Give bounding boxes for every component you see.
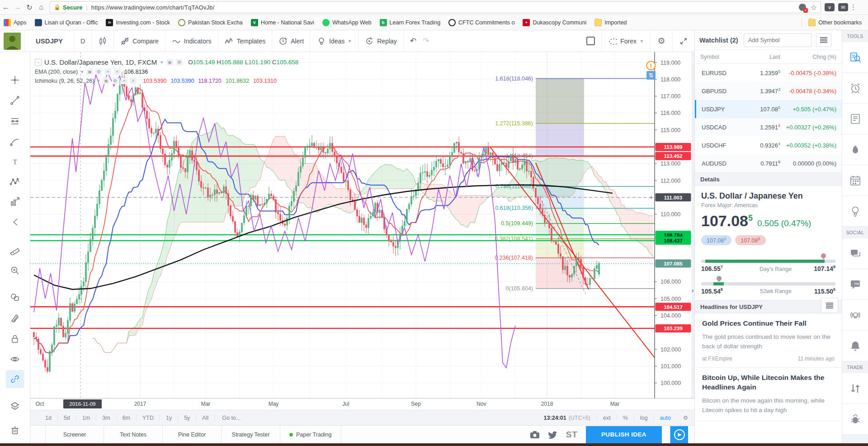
crosshair-icon[interactable] xyxy=(6,71,24,89)
axis-option-log[interactable]: log xyxy=(634,415,654,421)
lock-icon[interactable] xyxy=(6,330,24,348)
axis-option-auto[interactable]: auto xyxy=(653,415,676,421)
trend-line-icon[interactable] xyxy=(6,91,24,109)
calendar-icon[interactable] xyxy=(842,165,868,196)
clock-timezone[interactable]: (UTC+5) xyxy=(569,415,590,421)
eye-icon[interactable]: ◉ xyxy=(166,59,173,66)
timeframe-1m[interactable]: 1m xyxy=(76,414,96,422)
time-label[interactable]: Mar xyxy=(201,401,211,407)
interval-button[interactable]: D xyxy=(74,30,91,52)
bookmark-item[interactable]: InInvesting.com - Stock xyxy=(106,19,170,26)
time-label[interactable]: Nov xyxy=(476,401,486,407)
timeframe-5d[interactable]: 5d xyxy=(58,414,76,422)
hide-panel-arrow-icon[interactable] xyxy=(6,213,24,231)
bookmark-item[interactable]: WhatsApp Web xyxy=(322,19,372,26)
chart-style-button[interactable] xyxy=(91,30,113,52)
add-symbol-input[interactable] xyxy=(744,33,811,47)
legend-collapse-icon[interactable]: – xyxy=(35,59,42,66)
column-last[interactable]: Last xyxy=(739,54,780,60)
redo-button[interactable]: ↷ xyxy=(423,30,435,52)
axis-option-ext[interactable]: ext xyxy=(597,415,617,421)
watchlist-row[interactable]: EURUSD1.23595-0.00475 (-0.38%) xyxy=(695,64,842,82)
legend-symbol-title[interactable]: U.S. Dollar/Japanese Yen, 1D, FXCM xyxy=(44,58,157,66)
text-page-icon[interactable] xyxy=(842,104,868,134)
timeframe-All[interactable]: All xyxy=(196,414,215,422)
chat-icon[interactable] xyxy=(842,238,868,269)
bug-report-icon[interactable] xyxy=(842,404,868,435)
apps-shortcut[interactable]: Apps xyxy=(4,19,27,26)
eye-icon[interactable] xyxy=(6,350,24,368)
axis-option-%[interactable]: % xyxy=(617,415,634,421)
goto-date-button[interactable]: Go to... xyxy=(215,415,248,421)
forward-icon[interactable]: → xyxy=(12,3,24,11)
time-label[interactable]: 2017 xyxy=(134,401,146,407)
alert-button[interactable]: Alert xyxy=(272,30,310,52)
pocket-extension-icon[interactable]: ∨ xyxy=(825,3,835,11)
column-chng[interactable]: Chng (%) xyxy=(780,54,836,60)
ruler-icon[interactable] xyxy=(6,241,24,259)
timeframe-1d[interactable]: 1d xyxy=(39,414,58,422)
trash-icon[interactable] xyxy=(6,421,24,439)
ichimoku-legend-label[interactable]: Ichimoku (9, 26, 52, 26) xyxy=(35,78,94,84)
bookmark-item[interactable]: Lisan ul Quran - Offic xyxy=(35,19,98,26)
bookmark-item[interactable]: +Dukascopy Communi xyxy=(523,19,586,26)
transfer-arrows-icon[interactable] xyxy=(842,373,868,404)
cloud-save-button[interactable]: Forex▼ xyxy=(601,30,650,52)
timeframe-1y[interactable]: 1y xyxy=(160,414,178,422)
watchlist-row[interactable]: USDCHF0.93264+0.00352 (+0.38%) xyxy=(695,136,842,154)
publish-play-button[interactable]: ▶ xyxy=(670,426,688,443)
text-icon[interactable]: T xyxy=(6,153,24,171)
news-item[interactable]: Bitcoin Up, While Litecoin Makes the Hea… xyxy=(695,368,842,421)
templates-button[interactable]: Templates xyxy=(217,30,272,52)
close-icon[interactable]: × xyxy=(113,68,120,75)
chart-properties-button[interactable]: ⚙ xyxy=(650,30,672,52)
timeframe-6m[interactable]: 6m xyxy=(117,414,137,422)
time-label[interactable]: May xyxy=(269,401,279,407)
footer-tab-paper-trading[interactable]: Paper Trading xyxy=(280,426,341,444)
plus-icon[interactable]: + xyxy=(104,68,111,75)
axis-settings-gear-icon[interactable]: ⚙ xyxy=(677,414,694,421)
reload-icon[interactable]: ↻ xyxy=(24,3,35,12)
publish-idea-button[interactable]: PUBLISH IDEA xyxy=(586,426,662,443)
broadcast-idea-icon[interactable] xyxy=(842,300,868,331)
flame-icon[interactable] xyxy=(842,134,868,165)
brush-icon[interactable] xyxy=(6,133,24,151)
gear-icon[interactable]: ⚙ xyxy=(95,68,102,75)
eye-icon[interactable]: ◉ xyxy=(103,77,109,84)
lightbulb-icon[interactable] xyxy=(842,196,868,227)
bookmark-item[interactable]: Imported xyxy=(594,19,627,26)
watchlist-row[interactable]: USDJPY107.085+0.505 (+0.47%) xyxy=(695,100,842,118)
indicators-button[interactable]: Indicators xyxy=(165,30,218,52)
symbol-search-button[interactable]: USDJPY xyxy=(24,30,74,52)
home-icon[interactable]: ⌂ xyxy=(35,3,47,11)
eye-icon[interactable]: ◉ xyxy=(86,68,93,75)
timeframe-5y[interactable]: 5y xyxy=(178,414,196,422)
snapshot-camera-icon[interactable] xyxy=(530,431,540,439)
cookie-blocked-icon[interactable] xyxy=(799,4,806,11)
alarm-clock-icon[interactable] xyxy=(842,73,868,104)
watchlist-row[interactable]: GBPUSD1.39473-0.00478 (-0.34%) xyxy=(695,82,842,100)
zoom-in-icon[interactable] xyxy=(6,261,24,280)
watchlist-row[interactable]: AUDUSD0.791180.00000 (0.00%) xyxy=(695,154,842,172)
annotation-pencils-icon[interactable] xyxy=(6,309,24,327)
gear-icon[interactable]: ⚙ xyxy=(112,77,118,84)
other-bookmarks[interactable]: Other bookmarks xyxy=(802,18,862,27)
xabcd-pattern-icon[interactable] xyxy=(6,173,24,191)
back-icon[interactable]: ← xyxy=(0,3,12,11)
fib-retracement-icon[interactable] xyxy=(6,112,24,130)
replay-button[interactable]: Replay xyxy=(358,30,403,52)
inbox-extension-icon[interactable]: ✉ xyxy=(838,3,848,11)
undo-button[interactable]: ↶ xyxy=(403,30,423,52)
ideas-button[interactable]: Ideas▼ xyxy=(310,30,358,52)
plus-icon[interactable]: + xyxy=(121,77,127,84)
bookmark-item[interactable]: bLearn Forex Trading xyxy=(380,19,441,26)
forecast-icon[interactable] xyxy=(6,193,24,211)
time-label[interactable]: Oct xyxy=(36,401,44,407)
timeframe-3m[interactable]: 3m xyxy=(96,414,116,422)
screener-icon[interactable] xyxy=(842,42,868,73)
bookmark-item[interactable]: Pakistan Stock Excha xyxy=(178,19,243,26)
ema-legend-label[interactable]: EMA (200, close) xyxy=(35,69,78,75)
watchlist-menu-icon[interactable] xyxy=(816,33,831,47)
watchlist-row[interactable]: USDCAD1.25914+0.00327 (+0.26%) xyxy=(695,118,842,136)
headlines-menu-icon[interactable] xyxy=(821,298,838,313)
